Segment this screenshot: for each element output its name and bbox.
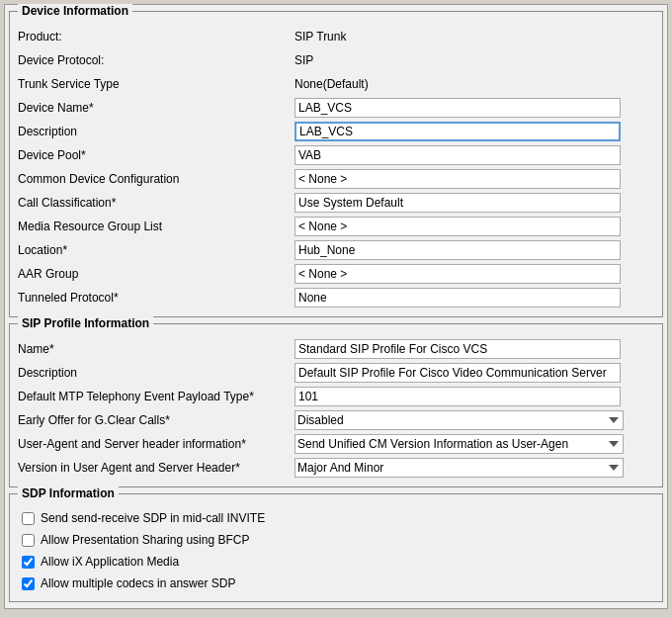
version-user-agent-select[interactable]: Major And Minor Major Only [294,458,624,478]
main-container: Device Information Product: SIP Trunk De… [4,4,668,609]
version-user-agent-label: Version in User Agent and Server Header* [18,461,294,475]
early-offer-select[interactable]: Disabled Enabled [294,410,624,430]
description-label: Description [18,125,294,138]
device-pool-label: Device Pool* [18,148,294,162]
tunneled-protocol-input[interactable] [294,288,621,308]
location-row: Location* [18,239,654,261]
call-classification-label: Call Classification* [18,196,294,210]
sdp-mid-call-label: Send send-receive SDP in mid-call INVITE [41,511,265,525]
sip-name-label: Name* [18,342,294,356]
media-resource-label: Media Resource Group List [18,220,294,233]
sdp-bfcp-checkbox[interactable] [22,534,35,547]
sdp-mid-call-checkbox[interactable] [22,512,35,525]
trunk-service-row: Trunk Service Type None(Default) [18,73,654,95]
device-protocol-label: Device Protocol: [18,53,294,67]
sdp-bfcp-label: Allow Presentation Sharing using BFCP [41,533,249,547]
mtp-payload-input[interactable] [294,387,621,406]
location-input[interactable] [294,240,621,260]
aar-group-label: AAR Group [18,267,294,281]
early-offer-row: Early Offer for G.Clear Calls* Disabled … [18,409,654,431]
sip-description-label: Description [18,366,294,380]
device-info-section: Device Information Product: SIP Trunk De… [9,11,663,317]
aar-group-input[interactable] [294,264,621,284]
device-protocol-row: Device Protocol: SIP [18,49,654,71]
device-name-row: Device Name* [18,97,654,119]
version-user-agent-row: Version in User Agent and Server Header*… [18,457,654,479]
common-device-config-input[interactable] [294,169,621,189]
call-classification-input[interactable] [294,193,621,213]
early-offer-label: Early Offer for G.Clear Calls* [18,413,294,427]
sip-name-input[interactable] [294,339,621,359]
sdp-mid-call-row: Send send-receive SDP in mid-call INVITE [18,508,654,528]
call-classification-row: Call Classification* [18,192,654,214]
sdp-info-title: SDP Information [18,486,119,500]
product-label: Product: [18,30,294,44]
sdp-multiple-codecs-label: Allow multiple codecs in answer SDP [41,576,235,590]
common-device-config-label: Common Device Configuration [18,172,294,186]
device-pool-row: Device Pool* [18,144,654,166]
product-value: SIP Trunk [294,30,346,44]
tunneled-protocol-row: Tunneled Protocol* [18,287,654,309]
sdp-info-section: SDP Information Send send-receive SDP in… [9,493,663,602]
device-name-input[interactable] [294,98,621,118]
media-resource-input[interactable] [294,217,621,236]
sdp-bfcp-row: Allow Presentation Sharing using BFCP [18,530,654,550]
device-pool-input[interactable] [294,145,621,165]
device-protocol-value: SIP [294,53,313,67]
product-row: Product: SIP Trunk [18,26,654,47]
media-resource-row: Media Resource Group List [18,216,654,237]
device-info-title: Device Information [18,4,132,18]
sdp-multiple-codecs-row: Allow multiple codecs in answer SDP [18,574,654,593]
sip-name-row: Name* [18,338,654,360]
tunneled-protocol-label: Tunneled Protocol* [18,291,294,305]
sdp-ix-media-row: Allow iX Application Media [18,552,654,572]
user-agent-row: User-Agent and Server header information… [18,433,654,455]
sip-profile-title: SIP Profile Information [18,316,153,330]
aar-group-row: AAR Group [18,263,654,285]
sdp-ix-media-label: Allow iX Application Media [41,555,179,569]
user-agent-label: User-Agent and Server header information… [18,437,294,451]
sip-description-input[interactable] [294,363,621,383]
trunk-service-label: Trunk Service Type [18,77,294,91]
trunk-service-value: None(Default) [294,77,369,91]
location-label: Location* [18,243,294,257]
sip-profile-section: SIP Profile Information Name* Descriptio… [9,323,663,487]
mtp-payload-row: Default MTP Telephony Event Payload Type… [18,386,654,407]
sip-description-row: Description [18,362,654,384]
common-device-config-row: Common Device Configuration [18,168,654,190]
description-row: Description [18,121,654,142]
sdp-info-content: Send send-receive SDP in mid-call INVITE… [10,494,662,601]
mtp-payload-label: Default MTP Telephony Event Payload Type… [18,390,294,403]
description-input[interactable] [294,122,621,141]
device-info-content: Product: SIP Trunk Device Protocol: SIP … [10,12,662,316]
sdp-ix-media-checkbox[interactable] [22,556,35,569]
sip-profile-content: Name* Description Default MTP Telephony … [10,324,662,486]
sdp-multiple-codecs-checkbox[interactable] [22,577,35,590]
user-agent-select[interactable]: Send Unified CM Version Information as U… [294,434,624,454]
device-name-label: Device Name* [18,101,294,115]
